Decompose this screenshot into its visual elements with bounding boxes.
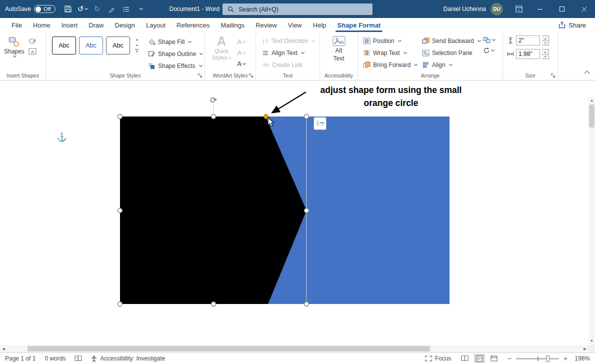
tab-mailings[interactable]: Mailings xyxy=(216,18,250,32)
scroll-right-icon[interactable]: ▶ xyxy=(582,345,588,352)
save-button[interactable] xyxy=(62,0,75,18)
style-gallery-down-button[interactable]: ▾ xyxy=(133,42,141,48)
align-objects-button[interactable]: Align xyxy=(420,60,454,70)
scroll-up-icon[interactable]: ▲ xyxy=(588,97,595,104)
bring-forward-button[interactable]: Bring Forward xyxy=(361,60,419,70)
tab-view[interactable]: View xyxy=(282,18,308,32)
tab-draw[interactable]: Draw xyxy=(83,18,109,32)
tab-home[interactable]: Home xyxy=(28,18,56,32)
autosave-switch[interactable]: Off xyxy=(34,5,55,13)
create-link-button[interactable]: Create Link xyxy=(260,60,304,70)
text-fill-button[interactable]: A xyxy=(236,37,246,46)
autosave-toggle[interactable]: AutoSave Off xyxy=(5,5,56,13)
zoom-slider[interactable] xyxy=(516,358,559,360)
style-gallery-more-button[interactable]: ▾ xyxy=(133,48,141,54)
position-button[interactable]: Position xyxy=(361,36,403,46)
tab-design[interactable]: Design xyxy=(110,18,140,32)
shape-height-input[interactable] xyxy=(516,36,540,46)
tab-file[interactable]: File xyxy=(6,18,28,32)
selection-pane-button[interactable]: Selection Pane xyxy=(420,48,474,58)
quick-styles-button[interactable]: A Quick Styles xyxy=(208,34,235,68)
vertical-scrollbar[interactable]: ▲ ▼ xyxy=(588,97,595,344)
wrap-text-button[interactable]: Wrap Text xyxy=(361,48,408,58)
print-layout-button[interactable] xyxy=(474,354,485,363)
customize-quick-access-button[interactable] xyxy=(134,0,148,18)
style-gallery-up-button[interactable]: ▴ xyxy=(133,36,141,42)
scroll-down-icon[interactable]: ▼ xyxy=(588,338,595,344)
minimize-button[interactable] xyxy=(529,0,551,18)
share-button[interactable]: Share xyxy=(550,18,595,32)
zoom-out-button[interactable]: − xyxy=(508,355,512,362)
close-button[interactable] xyxy=(573,0,595,18)
tab-help[interactable]: Help xyxy=(308,18,332,32)
send-backward-button[interactable]: Send Backward xyxy=(420,36,482,46)
text-box-icon: A xyxy=(28,48,36,55)
shape-fill-button[interactable]: Shape Fill xyxy=(146,36,204,48)
autosave-state: Off xyxy=(44,6,50,12)
accessibility-status[interactable]: Accessibility: Investigate xyxy=(91,355,165,362)
ribbon-display-options-button[interactable] xyxy=(509,0,529,18)
alt-text-button[interactable]: Alt Text xyxy=(332,36,346,70)
quick-access-draw-button[interactable] xyxy=(105,0,118,18)
selection-handle-top-right[interactable] xyxy=(304,114,309,119)
adjustment-handle[interactable] xyxy=(264,114,268,119)
shape-styles-dialog-launcher[interactable] xyxy=(196,72,203,78)
rotate-objects-button[interactable] xyxy=(483,47,494,54)
quick-access-list-button[interactable] xyxy=(120,0,133,18)
text-box-button[interactable]: A xyxy=(28,48,36,55)
vertical-scrollbar-thumb[interactable] xyxy=(589,104,594,128)
shape-width-input[interactable] xyxy=(516,49,540,59)
collapse-ribbon-button[interactable] xyxy=(584,70,590,76)
tab-references[interactable]: References xyxy=(171,18,215,32)
focus-mode-button[interactable]: Focus xyxy=(425,355,452,362)
text-effects-button[interactable]: A xyxy=(236,59,246,68)
user-avatar[interactable]: DU xyxy=(490,3,503,16)
tab-shape-format[interactable]: Shape Format xyxy=(332,18,386,32)
selection-handle-top-left[interactable] xyxy=(118,114,122,119)
shape-effects-button[interactable]: Shape Effects xyxy=(146,60,204,72)
edit-shape-button[interactable] xyxy=(28,38,36,44)
width-decrease-button[interactable]: ▼ xyxy=(542,54,548,58)
undo-button[interactable]: ↺ xyxy=(76,0,90,18)
shape-style-thumbnail-1[interactable]: Abc xyxy=(52,36,76,54)
zoom-level[interactable]: 196% xyxy=(572,355,590,362)
selection-handle-bottom-right[interactable] xyxy=(304,302,309,306)
wordart-styles-dialog-launcher[interactable] xyxy=(248,72,254,78)
read-mode-button[interactable] xyxy=(460,354,470,363)
tab-review[interactable]: Review xyxy=(250,18,282,32)
tab-layout[interactable]: Layout xyxy=(140,18,171,32)
scroll-left-icon[interactable]: ◀ xyxy=(0,345,7,352)
shapes-gallery-button[interactable]: Shapes xyxy=(4,36,24,57)
shape-style-thumbnail-3[interactable]: Abc xyxy=(106,36,130,54)
selection-handle-bottom-left[interactable] xyxy=(118,302,122,306)
rotate-handle-icon[interactable]: ⟳ xyxy=(210,96,217,105)
maximize-button[interactable] xyxy=(551,0,573,18)
selection-handle-middle-left[interactable] xyxy=(118,208,122,213)
align-text-button[interactable]: Align Text xyxy=(260,48,306,58)
tab-insert[interactable]: Insert xyxy=(56,18,84,32)
search-box[interactable]: Search (Alt+Q) xyxy=(222,4,372,15)
proofing-status[interactable] xyxy=(74,356,82,362)
horizontal-scrollbar[interactable]: ◀ ▶ xyxy=(0,345,588,352)
page-indicator[interactable]: Page 1 of 1 xyxy=(5,355,36,362)
selection-handle-middle-right[interactable] xyxy=(304,208,309,213)
shape-style-thumbnail-2[interactable]: Abc xyxy=(79,36,103,54)
text-outline-button[interactable]: A xyxy=(236,48,246,58)
size-dialog-launcher[interactable] xyxy=(550,72,556,78)
width-increase-button[interactable]: ▲ xyxy=(542,50,548,54)
selection-handle-bottom-middle[interactable] xyxy=(212,302,216,306)
text-direction-label: Text Direction xyxy=(272,38,308,44)
word-count[interactable]: 0 words xyxy=(44,355,66,362)
zoom-in-button[interactable]: + xyxy=(564,355,568,362)
selection-handle-top-middle[interactable] xyxy=(212,114,216,119)
redo-button[interactable]: ↻ xyxy=(90,0,104,18)
zoom-slider-thumb[interactable] xyxy=(546,356,550,362)
group-objects-button[interactable] xyxy=(483,36,495,44)
layout-options-button[interactable] xyxy=(314,117,326,130)
web-layout-button[interactable] xyxy=(488,354,500,363)
shape-outline-button[interactable]: Shape Outline xyxy=(146,48,204,60)
horizontal-scrollbar-thumb[interactable] xyxy=(28,346,430,352)
text-direction-button[interactable]: Text Direction xyxy=(260,36,316,46)
height-decrease-button[interactable]: ▼ xyxy=(542,40,548,45)
height-increase-button[interactable]: ▲ xyxy=(542,36,548,40)
